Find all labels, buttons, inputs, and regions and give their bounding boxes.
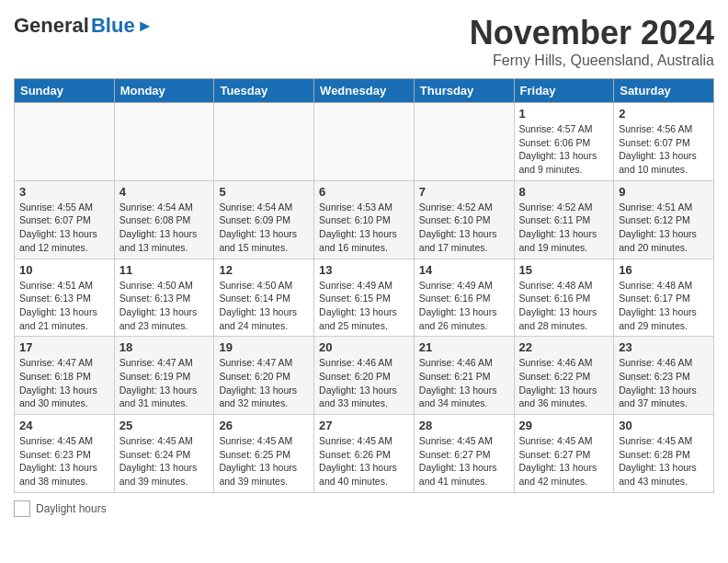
calendar-cell: 3Sunrise: 4:55 AM Sunset: 6:07 PM Daylig… <box>15 180 115 259</box>
calendar-cell: 5Sunrise: 4:54 AM Sunset: 6:09 PM Daylig… <box>214 180 314 259</box>
calendar-cell <box>414 103 514 181</box>
day-number: 19 <box>219 340 309 354</box>
calendar-cell: 19Sunrise: 4:47 AM Sunset: 6:20 PM Dayli… <box>214 337 314 415</box>
month-title: November 2024 <box>470 14 714 52</box>
calendar-cell: 26Sunrise: 4:45 AM Sunset: 6:25 PM Dayli… <box>214 415 314 493</box>
day-info: Sunrise: 4:45 AM Sunset: 6:26 PM Dayligh… <box>319 434 409 488</box>
day-number: 13 <box>319 263 409 277</box>
day-number: 4 <box>119 185 210 199</box>
day-info: Sunrise: 4:49 AM Sunset: 6:16 PM Dayligh… <box>419 279 509 333</box>
day-number: 29 <box>519 419 609 432</box>
day-number: 8 <box>519 185 609 199</box>
calendar-week-3: 17Sunrise: 4:47 AM Sunset: 6:18 PM Dayli… <box>15 337 714 415</box>
calendar-cell: 9Sunrise: 4:51 AM Sunset: 6:12 PM Daylig… <box>614 180 714 259</box>
page: General Blue ► November 2024 Ferny Hills… <box>0 0 728 531</box>
day-number: 2 <box>619 107 709 121</box>
day-number: 11 <box>119 263 210 277</box>
calendar-week-4: 24Sunrise: 4:45 AM Sunset: 6:23 PM Dayli… <box>15 415 714 493</box>
calendar-cell: 22Sunrise: 4:46 AM Sunset: 6:22 PM Dayli… <box>514 337 614 415</box>
day-number: 1 <box>519 107 609 121</box>
day-info: Sunrise: 4:53 AM Sunset: 6:10 PM Dayligh… <box>319 201 409 255</box>
calendar-cell: 18Sunrise: 4:47 AM Sunset: 6:19 PM Dayli… <box>114 337 214 415</box>
calendar-cell: 13Sunrise: 4:49 AM Sunset: 6:15 PM Dayli… <box>314 259 415 337</box>
day-number: 5 <box>219 185 309 199</box>
calendar: SundayMondayTuesdayWednesdayThursdayFrid… <box>14 78 714 493</box>
calendar-cell: 29Sunrise: 4:45 AM Sunset: 6:27 PM Dayli… <box>514 415 614 493</box>
calendar-header-sunday: Sunday <box>15 79 115 103</box>
day-info: Sunrise: 4:45 AM Sunset: 6:25 PM Dayligh… <box>219 434 309 488</box>
logo-blue: Blue <box>91 14 135 38</box>
day-number: 10 <box>19 263 109 277</box>
calendar-cell: 4Sunrise: 4:54 AM Sunset: 6:08 PM Daylig… <box>114 180 214 259</box>
location: Ferny Hills, Queensland, Australia <box>470 52 714 69</box>
day-info: Sunrise: 4:51 AM Sunset: 6:12 PM Dayligh… <box>619 201 709 255</box>
calendar-cell: 21Sunrise: 4:46 AM Sunset: 6:21 PM Dayli… <box>414 337 514 415</box>
calendar-cell: 6Sunrise: 4:53 AM Sunset: 6:10 PM Daylig… <box>314 180 415 259</box>
logo: General Blue ► <box>14 14 153 38</box>
calendar-header-saturday: Saturday <box>614 79 714 103</box>
calendar-cell: 7Sunrise: 4:52 AM Sunset: 6:10 PM Daylig… <box>414 180 514 259</box>
calendar-cell: 15Sunrise: 4:48 AM Sunset: 6:16 PM Dayli… <box>514 259 614 337</box>
day-info: Sunrise: 4:54 AM Sunset: 6:09 PM Dayligh… <box>219 201 309 255</box>
day-info: Sunrise: 4:55 AM Sunset: 6:07 PM Dayligh… <box>19 201 109 255</box>
day-info: Sunrise: 4:45 AM Sunset: 6:27 PM Dayligh… <box>419 434 509 488</box>
day-info: Sunrise: 4:54 AM Sunset: 6:08 PM Dayligh… <box>119 201 210 255</box>
day-number: 15 <box>519 263 609 277</box>
day-info: Sunrise: 4:56 AM Sunset: 6:07 PM Dayligh… <box>619 122 709 177</box>
day-info: Sunrise: 4:47 AM Sunset: 6:19 PM Dayligh… <box>119 356 210 410</box>
calendar-cell: 28Sunrise: 4:45 AM Sunset: 6:27 PM Dayli… <box>414 415 514 493</box>
day-info: Sunrise: 4:50 AM Sunset: 6:13 PM Dayligh… <box>119 279 210 333</box>
footer: Daylight hours <box>14 500 714 517</box>
calendar-cell <box>314 103 415 181</box>
day-info: Sunrise: 4:47 AM Sunset: 6:20 PM Dayligh… <box>219 356 309 410</box>
calendar-header-row: SundayMondayTuesdayWednesdayThursdayFrid… <box>15 79 714 103</box>
day-info: Sunrise: 4:52 AM Sunset: 6:11 PM Dayligh… <box>519 201 609 255</box>
calendar-header-friday: Friday <box>514 79 614 103</box>
day-number: 14 <box>419 263 509 277</box>
day-number: 30 <box>619 419 709 432</box>
calendar-cell: 30Sunrise: 4:45 AM Sunset: 6:28 PM Dayli… <box>614 415 714 493</box>
day-info: Sunrise: 4:45 AM Sunset: 6:23 PM Dayligh… <box>19 434 109 488</box>
calendar-header-tuesday: Tuesday <box>214 79 314 103</box>
day-info: Sunrise: 4:47 AM Sunset: 6:18 PM Dayligh… <box>19 356 109 410</box>
day-number: 23 <box>619 340 709 354</box>
calendar-cell: 10Sunrise: 4:51 AM Sunset: 6:13 PM Dayli… <box>15 259 115 337</box>
day-info: Sunrise: 4:48 AM Sunset: 6:17 PM Dayligh… <box>619 279 709 333</box>
calendar-header-monday: Monday <box>114 79 214 103</box>
calendar-cell: 25Sunrise: 4:45 AM Sunset: 6:24 PM Dayli… <box>114 415 214 493</box>
calendar-cell: 24Sunrise: 4:45 AM Sunset: 6:23 PM Dayli… <box>15 415 115 493</box>
calendar-cell <box>214 103 314 181</box>
day-info: Sunrise: 4:46 AM Sunset: 6:22 PM Dayligh… <box>519 356 609 410</box>
day-info: Sunrise: 4:51 AM Sunset: 6:13 PM Dayligh… <box>19 279 109 333</box>
day-number: 6 <box>319 185 409 199</box>
calendar-cell: 27Sunrise: 4:45 AM Sunset: 6:26 PM Dayli… <box>314 415 415 493</box>
day-number: 21 <box>419 340 509 354</box>
day-number: 16 <box>619 263 709 277</box>
calendar-cell: 23Sunrise: 4:46 AM Sunset: 6:23 PM Dayli… <box>614 337 714 415</box>
footer-label: Daylight hours <box>36 502 107 515</box>
day-number: 25 <box>119 419 210 432</box>
calendar-cell: 2Sunrise: 4:56 AM Sunset: 6:07 PM Daylig… <box>614 103 714 181</box>
day-info: Sunrise: 4:49 AM Sunset: 6:15 PM Dayligh… <box>319 279 409 333</box>
day-number: 22 <box>519 340 609 354</box>
day-number: 26 <box>219 419 309 432</box>
day-info: Sunrise: 4:46 AM Sunset: 6:21 PM Dayligh… <box>419 356 509 410</box>
day-info: Sunrise: 4:45 AM Sunset: 6:28 PM Dayligh… <box>619 434 709 488</box>
calendar-week-1: 3Sunrise: 4:55 AM Sunset: 6:07 PM Daylig… <box>15 180 714 259</box>
day-info: Sunrise: 4:52 AM Sunset: 6:10 PM Dayligh… <box>419 201 509 255</box>
calendar-cell: 1Sunrise: 4:57 AM Sunset: 6:06 PM Daylig… <box>514 103 614 181</box>
day-number: 18 <box>119 340 210 354</box>
calendar-week-0: 1Sunrise: 4:57 AM Sunset: 6:06 PM Daylig… <box>15 103 714 181</box>
header: General Blue ► November 2024 Ferny Hills… <box>14 14 714 69</box>
day-info: Sunrise: 4:50 AM Sunset: 6:14 PM Dayligh… <box>219 279 309 333</box>
day-info: Sunrise: 4:45 AM Sunset: 6:27 PM Dayligh… <box>519 434 609 488</box>
day-info: Sunrise: 4:46 AM Sunset: 6:20 PM Dayligh… <box>319 356 409 410</box>
calendar-cell: 16Sunrise: 4:48 AM Sunset: 6:17 PM Dayli… <box>614 259 714 337</box>
calendar-cell <box>114 103 214 181</box>
day-number: 27 <box>319 419 409 432</box>
logo-general: General <box>14 14 89 38</box>
calendar-week-2: 10Sunrise: 4:51 AM Sunset: 6:13 PM Dayli… <box>15 259 714 337</box>
calendar-header-wednesday: Wednesday <box>314 79 415 103</box>
calendar-cell: 17Sunrise: 4:47 AM Sunset: 6:18 PM Dayli… <box>15 337 115 415</box>
calendar-header-thursday: Thursday <box>414 79 514 103</box>
